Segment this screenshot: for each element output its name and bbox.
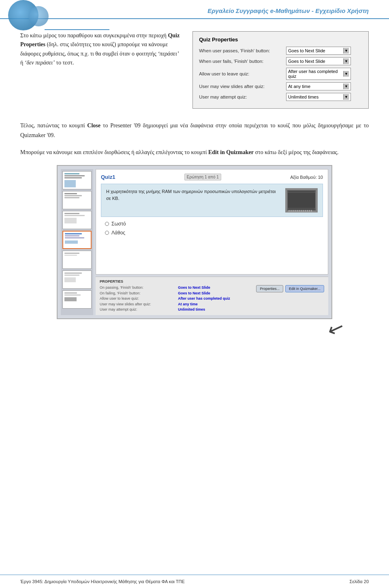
quiz-row-1: When user passes, 'Finish' button: Goes … xyxy=(199,47,362,55)
svg-rect-3 xyxy=(290,193,294,196)
svg-rect-7 xyxy=(290,198,294,202)
ram-image xyxy=(285,188,318,212)
quiz-row-1-label: When user passes, 'Finish' button: xyxy=(199,48,283,53)
intro-paragraph: Στο κάτω μέρος του παραθύρου και συγκεκρ… xyxy=(20,31,180,68)
quiz-row-3: Allow user to leave quiz: After user has… xyxy=(199,68,362,80)
quiz-row-2-value[interactable]: Goes to Next Slide ▼ xyxy=(286,57,362,65)
deco-circle-small xyxy=(28,6,49,26)
quiz-row-1-value[interactable]: Goes to Next Slide ▼ xyxy=(286,47,362,55)
prop-label-2: On failing, 'Finish' button: xyxy=(100,291,172,296)
prop-value-4: At any time xyxy=(178,302,250,307)
prop-label-5: User may attempt quiz: xyxy=(100,307,172,313)
left-column: Στο κάτω μέρος του παραθύρου και συγκεκρ… xyxy=(20,31,180,109)
slide-thumb-6 xyxy=(62,270,92,289)
dropdown-arrow-3[interactable]: ▼ xyxy=(343,71,349,77)
header: Εργαλείο Συγγραφής e-Μαθημάτων - Εγχειρί… xyxy=(0,0,389,19)
quiz-row-4: User may view slides after quiz: At any … xyxy=(199,82,362,90)
ram-chip-visual xyxy=(285,188,318,212)
presenter-inner: Quiz1 Ερώτηση 1 από 1 Αξία Βαθμού: 10 Η … xyxy=(61,169,328,315)
quiz-option-1: Σωστό xyxy=(105,221,323,227)
svg-rect-12 xyxy=(291,210,292,212)
svg-rect-17 xyxy=(301,210,302,212)
svg-rect-13 xyxy=(293,210,294,212)
properties-button[interactable]: Properties... xyxy=(256,285,283,292)
svg-rect-22 xyxy=(311,210,312,212)
presenter-window: Quiz1 Ερώτηση 1 από 1 Αξία Βαθμού: 10 Η … xyxy=(58,166,331,318)
quiz-dropdown-3[interactable]: After user has completed quiz ▼ xyxy=(286,68,351,80)
prop-value-2: Goes to Next Slide xyxy=(178,291,250,296)
properties-values-col: Goes to Next Slide Goes to Next Slide Af… xyxy=(178,285,250,313)
svg-rect-14 xyxy=(295,210,296,212)
intro-section: Στο κάτω μέρος του παραθύρου και συγκεκρ… xyxy=(20,31,369,109)
prop-label-1: On passing, 'Finish' button: xyxy=(100,285,172,291)
properties-bar: PROPERTIES On passing, 'Finish' button: … xyxy=(96,277,328,315)
svg-rect-2 xyxy=(289,191,314,209)
slide-thumb-7 xyxy=(62,290,92,309)
dropdown-arrow-2[interactable]: ▼ xyxy=(343,58,349,64)
quiz-row-3-value[interactable]: After user has completed quiz ▼ xyxy=(286,68,362,80)
quiz-content: Quiz1 Ερώτηση 1 από 1 Αξία Βαθμού: 10 Η … xyxy=(96,169,328,275)
quiz-radio-2[interactable] xyxy=(105,231,109,235)
quiz-row-5-value[interactable]: Unlimited times ▼ xyxy=(286,93,362,101)
screenshot-wrapper: Quiz1 Ερώτηση 1 από 1 Αξία Βαθμού: 10 Η … xyxy=(57,165,332,319)
quiz-row-2: When user fails, 'Finish' button: Goes t… xyxy=(199,57,362,65)
quiz-row-4-label: User may view slides after quiz: xyxy=(199,84,283,89)
quiz-dropdown-4[interactable]: At any time ▼ xyxy=(286,82,351,90)
slide-thumb-5 xyxy=(62,251,92,269)
svg-rect-15 xyxy=(297,210,298,212)
svg-rect-19 xyxy=(305,210,306,212)
main-content: Στο κάτω μέρος του παραθύρου και συγκεκρ… xyxy=(0,19,389,348)
svg-rect-10 xyxy=(306,198,310,202)
quiz-dropdown-2[interactable]: Goes to Next Slide ▼ xyxy=(286,57,351,65)
quiz-option-1-label: Σωστό xyxy=(111,221,126,227)
quiz-row-3-label: Allow user to leave quiz: xyxy=(199,71,283,76)
quiz-row-5-label: User may attempt quiz: xyxy=(199,94,283,99)
body-paragraph-3: Μπορούμε να κάνουμε και επιπλέον διορθώσ… xyxy=(20,148,369,157)
quiz-dropdown-5[interactable]: Unlimited times ▼ xyxy=(286,93,351,101)
svg-rect-4 xyxy=(295,193,299,196)
svg-rect-16 xyxy=(299,210,300,212)
properties-header-label: PROPERTIES xyxy=(100,279,324,283)
svg-rect-5 xyxy=(301,193,305,196)
properties-content: On passing, 'Finish' button: On failing,… xyxy=(100,285,324,313)
edit-in-quizmaker-button[interactable]: Edit in Quizmaker... xyxy=(285,285,324,292)
dropdown-arrow-4[interactable]: ▼ xyxy=(343,84,349,89)
quiz-option-2: Λάθος xyxy=(105,230,323,236)
slide-thumb-3 xyxy=(62,211,92,229)
quiz-row-2-label: When user fails, 'Finish' button: xyxy=(199,59,283,64)
quiz-properties-panel: Quiz Properties When user passes, 'Finis… xyxy=(192,31,369,109)
quiz-dropdown-1[interactable]: Goes to Next Slide ▼ xyxy=(286,47,351,55)
quiz-title-bar: Quiz1 Ερώτηση 1 από 1 Αξία Βαθμού: 10 xyxy=(101,174,323,180)
prop-value-3: After user has completed quiz xyxy=(178,296,250,302)
slide-thumb-2 xyxy=(62,191,92,209)
ram-svg xyxy=(285,188,318,212)
svg-rect-6 xyxy=(306,193,310,196)
body-paragraph-2: Τέλος, πατώντας το κουμπί Close το Prese… xyxy=(20,121,369,140)
right-column: Quiz Properties When user passes, 'Finis… xyxy=(192,31,369,109)
quiz-score: Αξία Βαθμού: 10 xyxy=(290,175,323,180)
dropdown-arrow-5[interactable]: ▼ xyxy=(343,94,349,100)
footer-left: Έργο 3945: Δημιουργία Υποδομών Ηλεκτρονι… xyxy=(20,579,185,584)
quiz-question-text: Η χωρητικότητα της μνήμης RAM των σημερι… xyxy=(106,188,281,212)
svg-rect-11 xyxy=(289,210,290,212)
quiz-option-2-label: Λάθος xyxy=(111,230,125,236)
prop-value-1: Goes to Next Slide xyxy=(178,285,250,291)
footer-right: Σελίδα 20 xyxy=(350,579,369,584)
properties-labels-col: On passing, 'Finish' button: On failing,… xyxy=(100,285,172,313)
quiz-row-5: User may attempt quiz: Unlimited times ▼ xyxy=(199,93,362,101)
prop-label-4: User may view slides after quiz: xyxy=(100,302,172,307)
svg-rect-20 xyxy=(307,210,308,212)
slide-panel xyxy=(61,169,93,315)
quiz-row-4-value[interactable]: At any time ▼ xyxy=(286,82,362,90)
quiz-radio-1[interactable] xyxy=(105,222,109,226)
quiz-nav: Ερώτηση 1 από 1 xyxy=(184,174,221,180)
panel-title: Quiz Properties xyxy=(199,36,362,43)
svg-rect-21 xyxy=(309,210,310,212)
quiz-title-text: Quiz1 xyxy=(101,174,115,180)
screenshot-container: Quiz1 Ερώτηση 1 από 1 Αξία Βαθμού: 10 Η … xyxy=(57,165,332,319)
deco-line xyxy=(45,29,109,30)
slide-thumb-1 xyxy=(62,171,92,189)
svg-rect-9 xyxy=(301,198,305,202)
dropdown-arrow-1[interactable]: ▼ xyxy=(343,48,349,54)
quiz-options: Σωστό Λάθος xyxy=(105,221,323,236)
